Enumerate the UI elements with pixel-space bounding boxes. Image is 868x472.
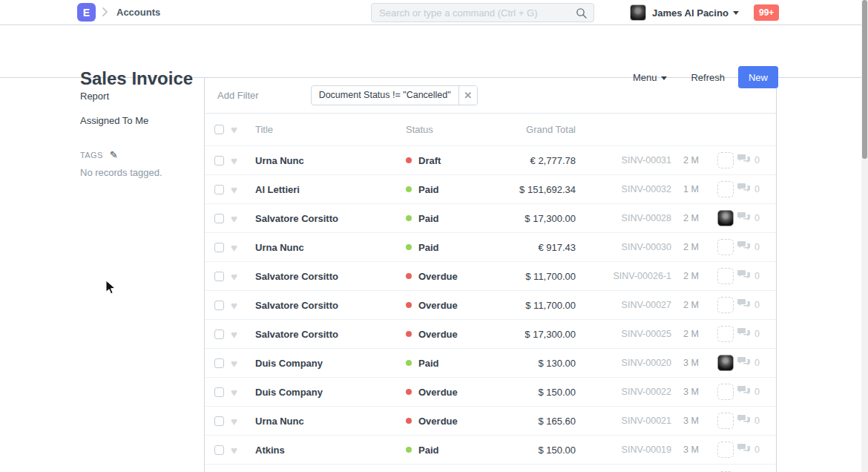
active-filter-chip: Document Status != "Cancelled" ✕ (311, 85, 478, 105)
row-checkbox[interactable] (214, 301, 224, 310)
edit-tags-icon[interactable]: ✎ (110, 149, 118, 160)
scrollbar-thumb[interactable] (862, 0, 867, 159)
assignee-avatar[interactable] (717, 297, 734, 313)
row-checkbox[interactable] (214, 214, 224, 223)
comment-count: 0 (754, 387, 760, 397)
row-checkbox[interactable] (214, 185, 224, 194)
table-row[interactable]: ♥ Atkins Paid $ 150.00 SINV-00019 3 M 0 (205, 436, 776, 465)
assignee-avatar[interactable] (717, 384, 734, 400)
status-dot (406, 360, 412, 366)
row-checkbox[interactable] (214, 358, 224, 368)
comment-count: 0 (754, 155, 760, 165)
remove-filter-icon[interactable]: ✕ (458, 86, 477, 105)
user-menu[interactable]: James Al Pacino (630, 4, 739, 21)
user-name: James Al Pacino (652, 7, 729, 19)
column-header-status: Status (406, 124, 502, 135)
chevron-down-icon (661, 76, 667, 80)
invoice-id: SINV-00027 (576, 300, 671, 310)
row-checkbox[interactable] (214, 445, 224, 455)
assignee-avatar[interactable] (717, 239, 734, 255)
row-title[interactable]: Salvatore Corsitto (255, 329, 406, 340)
assignee-avatar[interactable] (717, 413, 734, 429)
row-title[interactable]: Urna Nunc (255, 155, 406, 166)
table-row[interactable]: ♥ Duis Company Overdue $ 150.00 SINV-000… (205, 378, 776, 407)
modified-age: 3 M (671, 445, 711, 455)
row-title[interactable]: Atkins (255, 445, 406, 456)
search-input[interactable] (372, 4, 594, 22)
assignee-avatar[interactable] (717, 326, 734, 342)
notifications-badge[interactable]: 99+ (754, 4, 779, 21)
status-dot (406, 418, 412, 424)
row-title[interactable]: Al Lettieri (255, 184, 406, 195)
table-row[interactable]: ♥ Duis Company Paid $ 130.00 SINV-00020 … (205, 349, 776, 378)
like-icon[interactable]: ♥ (231, 329, 255, 340)
table-row[interactable]: ♥ Urna Nunc Overdue $ 165.60 SINV-00021 … (205, 407, 776, 436)
like-icon[interactable]: ♥ (231, 155, 255, 166)
status-dot (406, 215, 412, 221)
column-header-title: Title (255, 124, 406, 135)
like-icon[interactable]: ♥ (231, 184, 255, 195)
assignee-avatar[interactable] (717, 355, 734, 371)
row-title[interactable]: Urna Nunc (255, 416, 406, 427)
assignee-avatar[interactable] (717, 268, 734, 284)
table-row[interactable]: ♥ Urna Nunc Paid € 917.43 SINV-00030 2 M… (205, 233, 776, 262)
table-row[interactable]: ♥ Salvatore Corsitto Overdue $ 11,700.00… (205, 262, 776, 291)
global-search (371, 3, 594, 22)
row-checkbox[interactable] (214, 243, 224, 252)
status-label: Paid (418, 213, 438, 224)
like-icon[interactable]: ♥ (231, 445, 255, 456)
table-row[interactable]: ♥ Al Lettieri Paid $ 151,692.34 SINV-000… (205, 175, 776, 204)
table-row[interactable]: ♥ Urna Nunc Draft € 2,777.78 SINV-00031 … (205, 146, 776, 175)
grand-total-value: $ 151,692.34 (502, 184, 576, 195)
add-filter-button[interactable]: Add Filter (217, 90, 259, 101)
assignee-avatar[interactable] (717, 442, 734, 458)
like-icon[interactable]: ♥ (231, 300, 255, 311)
table-row[interactable]: ♥ Salvatore Corsitto Overdue $ 17,300.00… (205, 320, 776, 349)
row-title[interactable]: Salvatore Corsitto (255, 271, 406, 282)
row-checkbox[interactable] (214, 330, 224, 339)
like-filter-icon[interactable]: ♥ (231, 124, 255, 135)
like-icon[interactable]: ♥ (231, 387, 255, 398)
menu-button[interactable]: Menu (633, 72, 668, 83)
table-row-partial (205, 465, 776, 472)
search-icon[interactable] (576, 7, 588, 22)
row-checkbox[interactable] (214, 156, 224, 165)
comments-icon (737, 327, 751, 341)
sidebar-item-assigned-to-me[interactable]: Assigned To Me (80, 115, 191, 126)
row-title[interactable]: Salvatore Corsitto (255, 300, 406, 311)
table-row[interactable]: ♥ Salvatore Corsitto Paid $ 17,300.00 SI… (205, 204, 776, 233)
row-checkbox[interactable] (214, 272, 224, 281)
status-label: Overdue (418, 387, 458, 398)
like-icon[interactable]: ♥ (231, 242, 255, 253)
new-button[interactable]: New (738, 66, 778, 88)
row-title[interactable]: Duis Company (255, 358, 406, 369)
row-title[interactable]: Duis Company (255, 387, 406, 398)
assignee-avatar[interactable] (717, 210, 734, 226)
assignee-avatar[interactable] (717, 152, 734, 168)
breadcrumb[interactable]: Accounts (116, 0, 160, 24)
comment-count: 0 (754, 358, 760, 368)
filter-chip-label[interactable]: Document Status != "Cancelled" (312, 86, 458, 105)
row-title[interactable]: Salvatore Corsitto (255, 213, 406, 224)
select-all-checkbox[interactable] (214, 125, 224, 134)
modified-age: 2 M (671, 300, 711, 310)
row-title[interactable]: Urna Nunc (255, 242, 406, 253)
page-actions: Menu Refresh New (609, 66, 778, 88)
row-checkbox[interactable] (214, 387, 224, 397)
app-logo[interactable]: E (77, 3, 96, 22)
row-checkbox[interactable] (214, 416, 224, 426)
sidebar-item-report[interactable]: Report (80, 91, 191, 102)
table-row[interactable]: ♥ Salvatore Corsitto Overdue $ 11,700.00… (205, 291, 776, 320)
page-scrollbar (861, 0, 868, 472)
page-head: Sales Invoice Menu Refresh New (0, 25, 868, 78)
comments-icon (737, 385, 751, 399)
grand-total-value: $ 150.00 (502, 445, 576, 456)
assignee-avatar[interactable] (717, 181, 734, 197)
like-icon[interactable]: ♥ (231, 358, 255, 369)
like-icon[interactable]: ♥ (231, 213, 255, 224)
refresh-button[interactable]: Refresh (691, 72, 725, 83)
like-icon[interactable]: ♥ (231, 271, 255, 282)
user-avatar (630, 4, 646, 21)
like-icon[interactable]: ♥ (231, 416, 255, 427)
grand-total-value: $ 17,300.00 (502, 329, 576, 340)
